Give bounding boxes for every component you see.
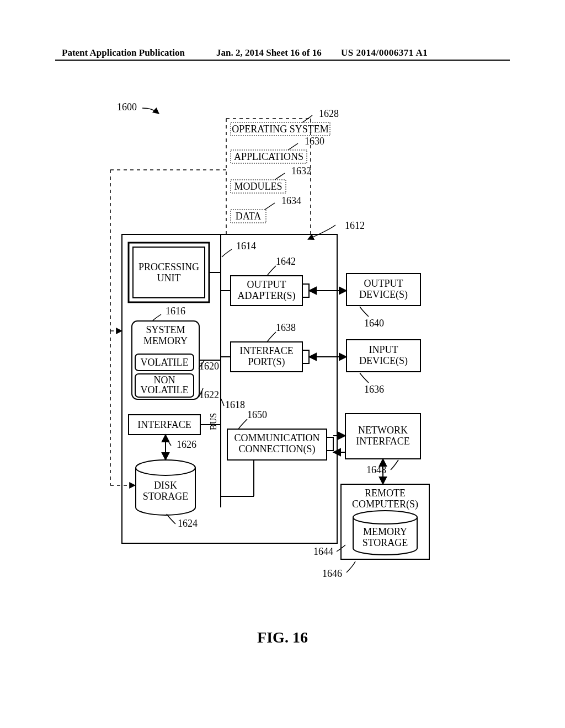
proc-label1: PROCESSING <box>138 261 199 272</box>
ref-1650: 1650 <box>247 409 267 420</box>
ref-1646: 1646 <box>322 568 342 579</box>
netif-label1: NETWORK <box>358 425 408 436</box>
disk-storage: DISK STORAGE <box>136 460 195 515</box>
ref-1620: 1620 <box>199 361 219 372</box>
figure-label: FIG. 16 <box>0 629 565 646</box>
ref-1634: 1634 <box>281 195 301 206</box>
modules-label: MODULES <box>234 181 282 192</box>
ref-1600: 1600 <box>117 101 137 113</box>
ref-1628: 1628 <box>319 108 339 119</box>
vol-label: VOLATILE <box>141 357 189 368</box>
input-label2: DEVICE(S) <box>359 355 408 367</box>
disk-label2: STORAGE <box>143 491 189 502</box>
sysmem-label1: SYSTEM <box>146 324 185 335</box>
ref-1612: 1612 <box>345 220 365 231</box>
figure-svg: 1612 1600 OPERATING SYSTEM 1628 APPLICAT… <box>0 0 565 728</box>
nonvol-label1: NON <box>154 374 175 386</box>
svg-rect-19 <box>302 350 309 363</box>
iface-label: INTERFACE <box>137 419 191 430</box>
ref-1632: 1632 <box>291 165 311 176</box>
disk-label1: DISK <box>154 480 177 491</box>
remote-label1: REMOTE <box>365 488 406 499</box>
svg-point-32 <box>136 460 195 475</box>
apps-label: APPLICATIONS <box>234 151 303 162</box>
proc-label2: UNIT <box>157 272 181 283</box>
ref-1630: 1630 <box>305 136 324 147</box>
ref-1624: 1624 <box>178 518 198 529</box>
ref-1614: 1614 <box>236 240 256 251</box>
ref-1638: 1638 <box>276 322 296 333</box>
ref-1640: 1640 <box>364 318 384 329</box>
memstore-label2: STORAGE <box>363 537 408 548</box>
ref-1626: 1626 <box>177 439 196 450</box>
netif-label2: INTERFACE <box>356 436 410 447</box>
ref-1644: 1644 <box>313 546 333 557</box>
ref-1618: 1618 <box>225 399 245 410</box>
ifport-label2: PORT(S) <box>248 356 285 368</box>
data-label: DATA <box>236 211 262 222</box>
comm-label1: COMMUNICATION <box>234 432 319 443</box>
comm-label2: CONNECTION(S) <box>239 443 316 455</box>
os-label: OPERATING SYSTEM <box>232 124 329 135</box>
memory-storage: MEMORY STORAGE <box>353 511 417 555</box>
ref-1616: 1616 <box>166 306 185 317</box>
ref-1622: 1622 <box>199 389 219 400</box>
page: Patent Application Publication Jan. 2, 2… <box>0 0 565 728</box>
ref-1636: 1636 <box>364 384 384 395</box>
sysmem-label2: MEMORY <box>143 335 188 346</box>
ifport-label1: INTERFACE <box>239 345 294 356</box>
svg-point-35 <box>353 511 417 524</box>
input-label1: INPUT <box>369 344 398 355</box>
svg-rect-27 <box>327 437 333 451</box>
outadapter-label2: ADAPTER(S) <box>237 290 295 302</box>
nonvol-label2: VOLATILE <box>141 384 189 395</box>
remote-label2: COMPUTER(S) <box>352 499 418 510</box>
outdev-label2: DEVICE(S) <box>359 289 408 301</box>
memstore-label1: MEMORY <box>363 526 407 537</box>
outdev-label1: OUTPUT <box>364 278 403 289</box>
ref-1642: 1642 <box>276 256 296 267</box>
outadapter-label1: OUTPUT <box>247 279 286 290</box>
svg-rect-10 <box>302 284 309 297</box>
bus-label: BUS <box>209 413 218 430</box>
